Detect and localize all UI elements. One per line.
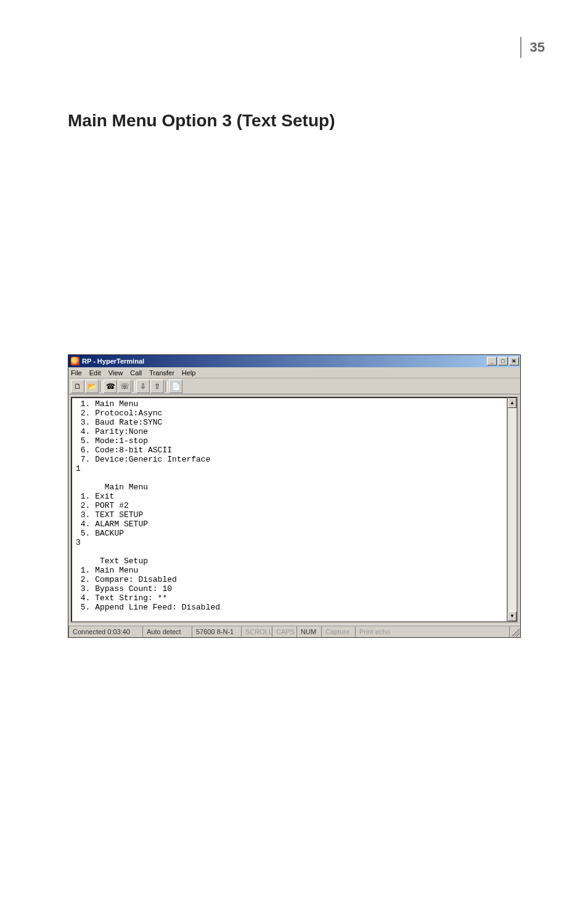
- menu-edit[interactable]: Edit: [89, 369, 101, 377]
- phone-icon[interactable]: ☎: [104, 380, 117, 393]
- scroll-up-icon[interactable]: ▲: [508, 398, 517, 408]
- statusbar: Connected 0:03:40 Auto detect 57600 8-N-…: [68, 625, 520, 637]
- scroll-down-icon[interactable]: ▼: [508, 611, 517, 621]
- app-icon: [71, 357, 80, 365]
- minimize-button[interactable]: _: [487, 357, 497, 365]
- status-connected: Connected 0:03:40: [68, 626, 142, 637]
- status-port: 57600 8-N-1: [192, 626, 241, 637]
- status-scroll: SCROLL: [241, 626, 272, 637]
- status-detect: Auto detect: [142, 626, 192, 637]
- menu-call[interactable]: Call: [130, 369, 142, 377]
- resize-grip-icon[interactable]: [509, 626, 520, 637]
- maximize-button[interactable]: □: [498, 357, 508, 365]
- toolbar: 🗋 📂 ☎ ☏ ⇩ ⇧ 📄: [68, 378, 520, 394]
- hyperterminal-window: RP - HyperTerminal _ □ ✕ File Edit View …: [68, 354, 521, 638]
- open-icon[interactable]: 📂: [85, 380, 99, 393]
- vertical-scrollbar[interactable]: ▲ ▼: [508, 397, 518, 622]
- menu-file[interactable]: File: [71, 369, 82, 377]
- page-title: Main Menu Option 3 (Text Setup): [68, 111, 335, 131]
- page-number: 35: [520, 37, 551, 58]
- status-num: NUM: [296, 626, 321, 637]
- new-doc-icon[interactable]: 🗋: [71, 380, 84, 393]
- menu-view[interactable]: View: [108, 369, 123, 377]
- terminal-output[interactable]: 1. Main Menu 2. Protocol:Async 3. Baud R…: [71, 397, 508, 622]
- toolbar-separator: [99, 380, 103, 393]
- send-icon[interactable]: ⇩: [136, 380, 150, 393]
- menu-transfer[interactable]: Transfer: [149, 369, 174, 377]
- menu-help[interactable]: Help: [182, 369, 196, 377]
- status-capture: Capture: [321, 626, 355, 637]
- receive-icon[interactable]: ⇧: [150, 380, 164, 393]
- window-title: RP - HyperTerminal: [82, 357, 144, 365]
- status-echo: Print echo: [355, 626, 509, 637]
- toolbar-separator: [132, 380, 136, 393]
- status-caps: CAPS: [272, 626, 296, 637]
- menubar: File Edit View Call Transfer Help: [68, 367, 520, 378]
- scroll-track[interactable]: [508, 408, 517, 611]
- hangup-icon[interactable]: ☏: [118, 380, 131, 393]
- toolbar-separator: [165, 380, 168, 393]
- titlebar: RP - HyperTerminal _ □ ✕: [68, 355, 520, 367]
- properties-icon[interactable]: 📄: [169, 380, 182, 393]
- close-button[interactable]: ✕: [509, 357, 519, 365]
